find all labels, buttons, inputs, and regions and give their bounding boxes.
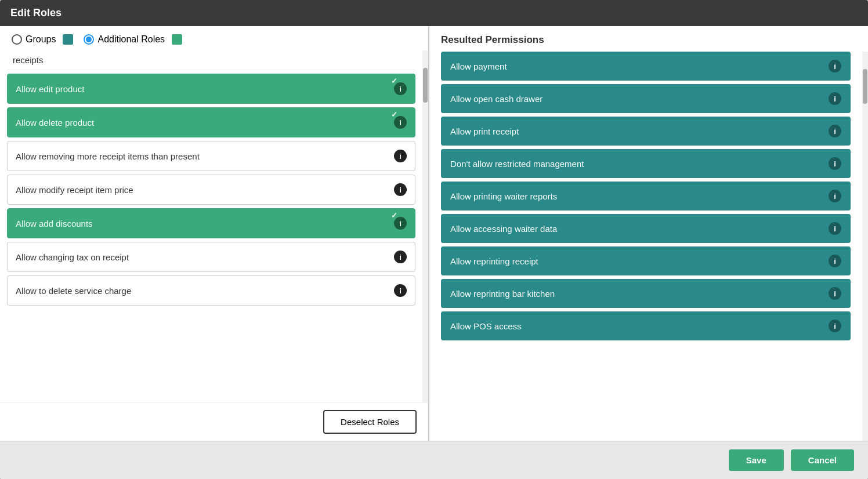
check-mark-delete-product: ✓ xyxy=(391,110,397,119)
left-panel-inner: receipts Allow edit product ✓ i Allow de… xyxy=(0,50,428,402)
permission-allow-accessing-waiter-data[interactable]: Allow accessing waiter data i xyxy=(441,214,851,243)
dialog-title: Edit Roles xyxy=(10,7,62,19)
info-icon-changing-tax[interactable]: i xyxy=(394,251,407,263)
groups-color-box xyxy=(63,34,73,45)
radio-groups[interactable]: Groups xyxy=(12,34,73,45)
permission-label: Allow print receipt xyxy=(450,126,519,136)
check-mark-edit-product: ✓ xyxy=(391,77,397,85)
permission-allow-print-receipt[interactable]: Allow print receipt i xyxy=(441,117,851,146)
right-list: Allow payment i Allow open cash drawer i… xyxy=(429,52,862,441)
additional-roles-color-box xyxy=(172,34,182,45)
permission-allow-printing-waiter-reports[interactable]: Allow printing waiter reports i xyxy=(441,182,851,211)
role-item-remove-receipt-items[interactable]: Allow removing more receipt items than p… xyxy=(7,141,415,171)
right-panel-inner: Allow payment i Allow open cash drawer i… xyxy=(429,52,868,441)
info-icon-modify-price[interactable]: i xyxy=(394,183,407,196)
permission-allow-pos-access[interactable]: Allow POS access i xyxy=(441,311,851,340)
edit-roles-dialog: Edit Roles Groups Additional Roles xyxy=(0,0,868,479)
permission-label: Allow open cash drawer xyxy=(450,94,542,104)
role-item-edit-product[interactable]: Allow edit product ✓ i xyxy=(7,74,415,104)
right-list-container: Allow payment i Allow open cash drawer i… xyxy=(429,52,862,441)
deselect-roles-button[interactable]: Deselect Roles xyxy=(323,410,417,434)
permission-label: Allow accessing waiter data xyxy=(450,224,557,234)
info-icon-allow-print-receipt[interactable]: i xyxy=(829,125,841,137)
cancel-button[interactable]: Cancel xyxy=(791,449,854,471)
dialog-footer: Save Cancel xyxy=(0,441,868,479)
info-icon-allow-printing-waiter-reports[interactable]: i xyxy=(829,190,841,202)
info-icon-allow-payment[interactable]: i xyxy=(829,60,841,72)
role-label: Allow to delete service charge xyxy=(16,286,394,296)
role-label: Allow add discounts xyxy=(16,219,394,228)
info-icon-allow-cash-drawer[interactable]: i xyxy=(829,92,841,105)
info-icon-remove-receipt-items[interactable]: i xyxy=(394,150,407,162)
additional-roles-radio-circle[interactable] xyxy=(84,34,94,45)
permission-dont-allow-restricted[interactable]: Don't allow restricted management i xyxy=(441,149,851,178)
role-item-add-discounts[interactable]: Allow add discounts ✓ i xyxy=(7,208,415,238)
permission-label: Allow printing waiter reports xyxy=(450,191,557,201)
permission-allow-reprinting-bar-kitchen[interactable]: Allow reprinting bar kitchen i xyxy=(441,279,851,308)
permission-label: Allow payment xyxy=(450,61,507,71)
right-scrollbar[interactable] xyxy=(862,52,868,441)
permission-allow-payment[interactable]: Allow payment i xyxy=(441,52,851,81)
dialog-body: Groups Additional Roles receipts xyxy=(0,26,868,441)
info-icon-delete-service[interactable]: i xyxy=(394,284,407,297)
groups-radio-circle[interactable] xyxy=(12,34,22,45)
receipts-header: receipts xyxy=(7,50,415,70)
left-scrollbar[interactable] xyxy=(422,50,428,402)
check-mark-add-discounts: ✓ xyxy=(391,211,397,220)
right-panel: Resulted Permissions Allow payment i All… xyxy=(429,26,868,441)
role-item-delete-product[interactable]: Allow delete product ✓ i xyxy=(7,107,415,137)
dialog-title-bar: Edit Roles xyxy=(0,0,868,26)
permission-label: Allow reprinting receipt xyxy=(450,256,538,266)
info-icon-allow-pos-access[interactable]: i xyxy=(829,320,841,332)
role-item-modify-price[interactable]: Allow modify receipt item price i xyxy=(7,175,415,205)
left-list: receipts Allow edit product ✓ i Allow de… xyxy=(0,50,422,402)
role-item-changing-tax[interactable]: Allow changing tax on receipt i xyxy=(7,242,415,272)
save-button[interactable]: Save xyxy=(729,449,784,471)
right-scrollbar-thumb[interactable] xyxy=(863,69,867,104)
info-icon-allow-reprinting-receipt[interactable]: i xyxy=(829,255,841,267)
left-list-container: receipts Allow edit product ✓ i Allow de… xyxy=(0,50,422,402)
permission-allow-reprinting-receipt[interactable]: Allow reprinting receipt i xyxy=(441,246,851,275)
permission-allow-cash-drawer[interactable]: Allow open cash drawer i xyxy=(441,84,851,113)
role-item-delete-service[interactable]: Allow to delete service charge i xyxy=(7,275,415,306)
left-scrollbar-thumb[interactable] xyxy=(423,68,428,103)
role-label: Allow changing tax on receipt xyxy=(16,252,394,262)
additional-roles-label: Additional Roles xyxy=(97,34,165,45)
right-panel-title: Resulted Permissions xyxy=(429,26,868,52)
info-icon-allow-accessing-waiter-data[interactable]: i xyxy=(829,222,841,235)
left-header: Groups Additional Roles xyxy=(0,26,428,50)
groups-label: Groups xyxy=(26,34,56,45)
permission-label: Don't allow restricted management xyxy=(450,159,584,169)
left-footer: Deselect Roles xyxy=(0,402,428,441)
radio-additional-roles[interactable]: Additional Roles xyxy=(84,34,182,45)
info-icon-dont-allow-restricted[interactable]: i xyxy=(829,157,841,170)
info-icon-allow-reprinting-bar-kitchen[interactable]: i xyxy=(829,287,841,300)
role-label: Allow delete product xyxy=(16,118,394,128)
permission-label: Allow POS access xyxy=(450,321,522,331)
left-panel: Groups Additional Roles receipts xyxy=(0,26,429,441)
role-label: Allow edit product xyxy=(16,84,394,94)
permission-label: Allow reprinting bar kitchen xyxy=(450,289,555,299)
role-label: Allow modify receipt item price xyxy=(16,185,394,195)
role-label: Allow removing more receipt items than p… xyxy=(16,151,394,161)
